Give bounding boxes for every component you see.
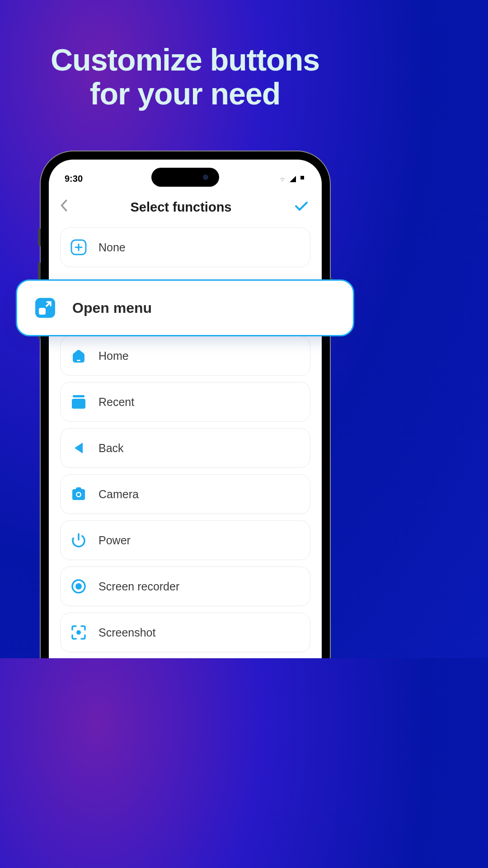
svg-rect-13 [39, 308, 46, 315]
open-menu-icon [34, 297, 56, 319]
function-item-recent[interactable]: Recent [60, 382, 310, 422]
function-item-label: Open menu [72, 300, 152, 316]
headline-line2: for your need [0, 77, 370, 111]
camera-icon [70, 486, 87, 502]
record-icon [70, 578, 87, 594]
function-item-label: Screenshot [99, 626, 155, 639]
function-item-power[interactable]: Power [60, 520, 310, 560]
svg-point-11 [76, 630, 81, 635]
phone-side-button [38, 228, 41, 246]
function-item-label: Back [99, 442, 124, 455]
svg-rect-4 [72, 399, 85, 409]
wifi-icon [278, 175, 287, 183]
promo-headline: Customize buttons for your need [0, 0, 370, 111]
function-item-back[interactable]: Back [60, 428, 310, 468]
back-button[interactable] [60, 199, 67, 215]
function-item-open-menu[interactable]: Open menu [16, 279, 354, 336]
function-item-label: Power [99, 534, 131, 547]
phone-frame: 9:30 Select functions None [41, 151, 330, 658]
cellular-icon [290, 176, 298, 182]
svg-rect-3 [73, 395, 84, 397]
function-item-camera[interactable]: Camera [60, 474, 310, 514]
home-icon [70, 348, 87, 364]
phone-notch [151, 168, 219, 187]
headline-line1: Customize buttons [0, 43, 370, 77]
back-arrow-icon [70, 440, 87, 456]
svg-point-6 [77, 493, 80, 496]
function-item-none[interactable]: None [60, 227, 310, 267]
plus-outline-icon [70, 239, 87, 255]
function-item-label: Screen recorder [99, 580, 179, 593]
power-icon [70, 532, 87, 548]
screenshot-icon [70, 624, 87, 641]
page-title: Select functions [131, 200, 232, 215]
function-item-label: Camera [99, 488, 139, 501]
chevron-left-icon [60, 199, 67, 212]
svg-rect-0 [300, 176, 304, 179]
function-item-screen-recorder[interactable]: Screen recorder [60, 566, 310, 606]
svg-rect-12 [35, 298, 55, 318]
function-item-label: None [99, 241, 126, 254]
function-item-home[interactable]: Home [60, 336, 310, 376]
battery-icon [300, 176, 306, 182]
nav-bar: Select functions [49, 187, 322, 227]
function-item-screenshot[interactable]: Screenshot [60, 613, 310, 652]
status-time: 9:30 [65, 174, 83, 184]
status-icons [278, 175, 306, 183]
phone-screen: 9:30 Select functions None [49, 160, 322, 658]
svg-point-10 [75, 583, 82, 590]
svg-rect-2 [77, 360, 80, 361]
function-item-label: Home [99, 349, 129, 363]
function-item-label: Recent [99, 396, 134, 409]
recent-icon [70, 394, 87, 410]
confirm-button[interactable] [295, 201, 308, 213]
checkmark-icon [295, 201, 308, 212]
